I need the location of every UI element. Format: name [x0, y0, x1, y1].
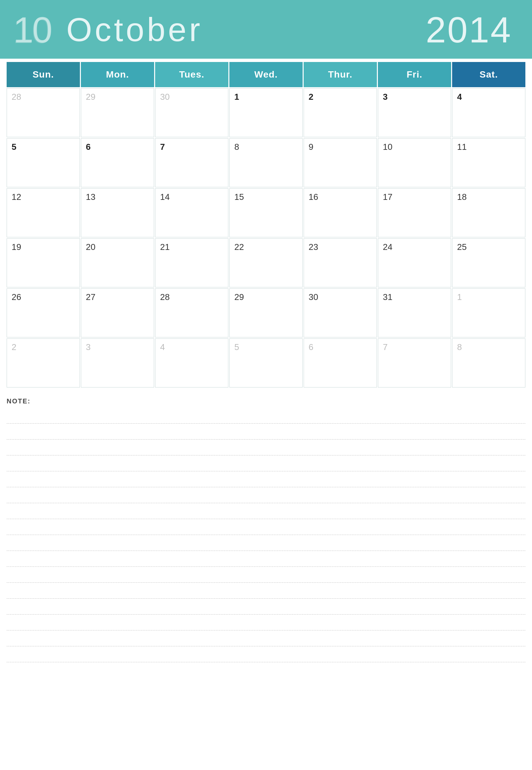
- day-number: 18: [457, 192, 467, 202]
- calendar-cell[interactable]: 25: [452, 238, 525, 287]
- note-line: [7, 646, 525, 662]
- day-number: 4: [160, 342, 165, 352]
- day-number: 8: [457, 342, 462, 352]
- day-number: 3: [86, 342, 90, 352]
- note-line: [7, 487, 525, 503]
- note-line: [7, 440, 525, 455]
- calendar-cell[interactable]: 19: [7, 238, 80, 287]
- calendar-cell[interactable]: 30: [304, 288, 377, 337]
- calendar-cell[interactable]: 23: [304, 238, 377, 287]
- calendar-cell[interactable]: 27: [81, 288, 154, 337]
- calendar-cell[interactable]: 16: [304, 188, 377, 237]
- note-lines: [7, 408, 525, 662]
- day-number: 1: [234, 92, 239, 102]
- day-number: 11: [457, 142, 467, 152]
- calendar-header: 10 October 2014: [0, 0, 532, 59]
- calendar-cell[interactable]: 6: [81, 138, 154, 187]
- day-number: 19: [12, 242, 21, 252]
- calendar-cell[interactable]: 22: [229, 238, 303, 287]
- calendar-cell[interactable]: 28: [7, 88, 80, 137]
- day-number: 15: [234, 192, 244, 202]
- calendar-cell[interactable]: 5: [229, 338, 303, 387]
- note-line: [7, 471, 525, 487]
- day-number: 6: [86, 142, 90, 152]
- calendar-cell[interactable]: 5: [7, 138, 80, 187]
- calendar-cell[interactable]: 24: [378, 238, 451, 287]
- day-number: 29: [234, 292, 244, 302]
- calendar-cell[interactable]: 28: [155, 288, 228, 337]
- day-number: 5: [234, 342, 239, 352]
- day-number: 5: [12, 142, 16, 152]
- day-number: 30: [309, 292, 318, 302]
- day-number: 7: [383, 342, 387, 352]
- day-number: 8: [234, 142, 239, 152]
- calendar-cell[interactable]: 11: [452, 138, 525, 187]
- day-number: 4: [457, 92, 462, 102]
- calendar-cell[interactable]: 2: [304, 88, 377, 137]
- day-number: 22: [234, 242, 244, 252]
- calendar-cell[interactable]: 6: [304, 338, 377, 387]
- calendar-cell[interactable]: 1: [229, 88, 303, 137]
- note-line: [7, 630, 525, 646]
- day-number: 3: [383, 92, 387, 102]
- day-number: 27: [86, 292, 95, 302]
- day-header-tue: Tues.: [155, 62, 228, 87]
- day-number: 13: [86, 192, 95, 202]
- day-header-wed: Wed.: [229, 62, 303, 87]
- calendar-cell[interactable]: 17: [378, 188, 451, 237]
- notes-label: NOTE:: [7, 397, 525, 405]
- note-line: [7, 424, 525, 440]
- day-number: 10: [383, 142, 392, 152]
- note-line: [7, 551, 525, 567]
- year: 2014: [426, 8, 512, 50]
- calendar-cell[interactable]: 4: [155, 338, 228, 387]
- month-name: October: [66, 10, 203, 48]
- day-number: 17: [383, 192, 392, 202]
- calendar-cell[interactable]: 26: [7, 288, 80, 337]
- calendar-cell[interactable]: 7: [378, 338, 451, 387]
- calendar-cell[interactable]: 3: [378, 88, 451, 137]
- calendar-cell[interactable]: 8: [452, 338, 525, 387]
- day-number: 12: [12, 192, 21, 202]
- note-line: [7, 583, 525, 599]
- calendar-cell[interactable]: 20: [81, 238, 154, 287]
- day-number: 26: [12, 292, 21, 302]
- day-number: 6: [309, 342, 313, 352]
- note-line: [7, 503, 525, 519]
- calendar-cell[interactable]: 14: [155, 188, 228, 237]
- calendar-cell[interactable]: 12: [7, 188, 80, 237]
- day-number: 28: [12, 92, 21, 102]
- calendar-cell[interactable]: 1: [452, 288, 525, 337]
- day-header-sat: Sat.: [452, 62, 525, 87]
- calendar-cell[interactable]: 18: [452, 188, 525, 237]
- calendar-cell[interactable]: 9: [304, 138, 377, 187]
- day-number: 29: [86, 92, 95, 102]
- day-number: 1: [457, 292, 462, 302]
- day-number: 30: [160, 92, 170, 102]
- calendar-cell[interactable]: 8: [229, 138, 303, 187]
- day-number: 24: [383, 242, 392, 252]
- calendar-cell[interactable]: 3: [81, 338, 154, 387]
- month-number: 10: [13, 8, 51, 50]
- note-line: [7, 615, 525, 630]
- notes-section: NOTE:: [7, 397, 525, 662]
- calendar-cell[interactable]: 4: [452, 88, 525, 137]
- calendar-cell[interactable]: 29: [81, 88, 154, 137]
- calendar-cell[interactable]: 13: [81, 188, 154, 237]
- calendar-cell[interactable]: 21: [155, 238, 228, 287]
- note-line: [7, 408, 525, 424]
- day-headers-row: Sun.Mon.Tues.Wed.Thur.Fri.Sat.: [7, 62, 525, 87]
- calendar-cell[interactable]: 2: [7, 338, 80, 387]
- day-number: 14: [160, 192, 170, 202]
- calendar-cell[interactable]: 30: [155, 88, 228, 137]
- calendar-cell[interactable]: 15: [229, 188, 303, 237]
- calendar-cell[interactable]: 31: [378, 288, 451, 337]
- calendar-cell[interactable]: 10: [378, 138, 451, 187]
- calendar-container: Sun.Mon.Tues.Wed.Thur.Fri.Sat. 282930123…: [0, 62, 532, 387]
- day-number: 31: [383, 292, 392, 302]
- note-line: [7, 535, 525, 551]
- day-header-fri: Fri.: [378, 62, 451, 87]
- day-number: 2: [309, 92, 313, 102]
- calendar-cell[interactable]: 29: [229, 288, 303, 337]
- calendar-cell[interactable]: 7: [155, 138, 228, 187]
